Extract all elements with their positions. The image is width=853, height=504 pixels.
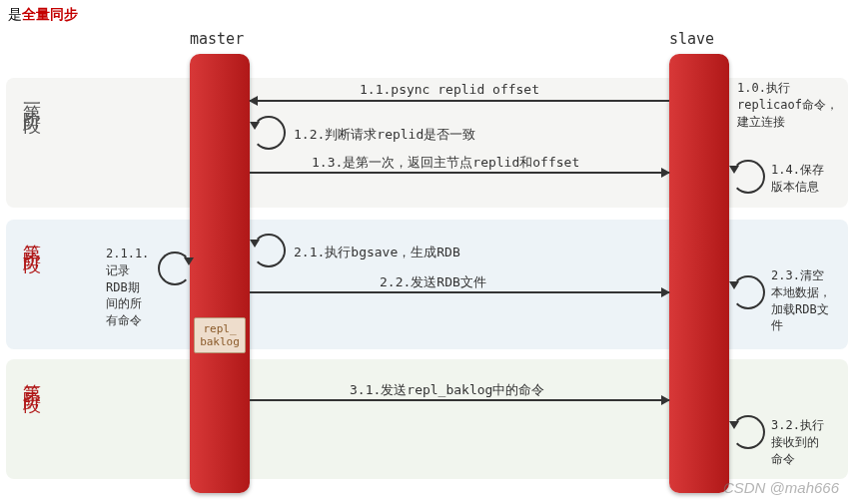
label-1-1: 1.1.psync replid offset	[360, 82, 539, 97]
repl-baklog-text: repl_ baklog	[200, 322, 240, 348]
selfloop-2-1-1	[158, 252, 192, 285]
note-2-3: 2.3.清空 本地数据， 加载RDB文 件	[771, 267, 831, 334]
slave-header: slave	[669, 30, 714, 48]
watermark: CSDN @mah666	[723, 479, 839, 496]
page-title: 是全量同步	[8, 6, 78, 24]
label-1-3: 1.3.是第一次，返回主节点replid和offset	[312, 154, 579, 172]
repl-baklog-box: repl_ baklog	[194, 317, 246, 353]
note-3-2: 3.2.执行 接收到的 命令	[771, 417, 824, 467]
note-2-1-1: 2.1.1. 记录 RDB期 间的所 有命令	[106, 246, 149, 329]
selfloop-2-3	[731, 275, 765, 309]
label-2-1: 2.1.执行bgsave，生成RDB	[294, 244, 460, 261]
phase-1-label: 第一阶段	[20, 90, 44, 106]
selfloop-3-2	[731, 415, 765, 449]
title-prefix: 是	[8, 6, 22, 22]
sequence-diagram: 第一阶段 第二阶段 第三阶段 master slave 1.1.psync re…	[0, 30, 853, 504]
master-lifeline	[190, 54, 250, 493]
note-1-4: 1.4.保存 版本信息	[771, 162, 824, 196]
arrow-2-2	[250, 291, 669, 293]
selfloop-1-2	[252, 116, 286, 150]
selfloop-2-1	[252, 234, 286, 267]
selfloop-1-4	[731, 160, 765, 194]
arrow-3-1	[250, 399, 669, 401]
slave-lifeline	[669, 54, 729, 493]
label-1-2: 1.2.判断请求replid是否一致	[294, 126, 475, 144]
label-3-1: 3.1.发送repl_baklog中的命令	[350, 381, 544, 399]
arrow-1-3	[250, 172, 669, 174]
phase-3-label: 第三阶段	[20, 369, 44, 385]
master-header: master	[190, 30, 244, 48]
phase-2-label: 第二阶段	[20, 230, 44, 246]
title-highlight: 全量同步	[22, 6, 78, 22]
arrow-1-1	[250, 100, 669, 102]
note-1-0: 1.0.执行 replicaof命令， 建立连接	[737, 80, 838, 130]
label-2-2: 2.2.发送RDB文件	[380, 273, 486, 291]
